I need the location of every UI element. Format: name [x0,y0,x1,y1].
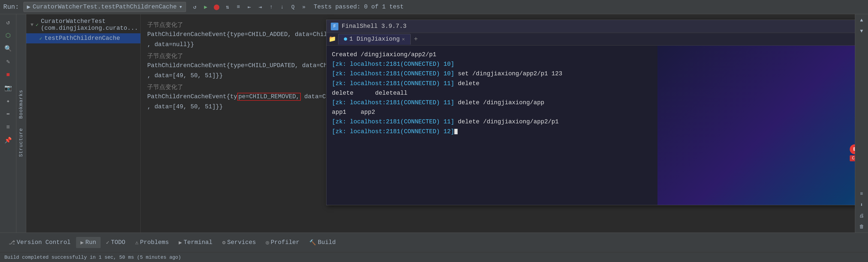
run-tab-icon: ▶ [81,239,84,246]
tab-services[interactable]: ⚙ Services [218,237,260,248]
profiler-icon: ◎ [266,239,269,246]
term-line-5: delete deleteall [332,88,855,98]
tree-child-test-icon: ✓ [39,35,42,41]
left-labels: Bookmarks Structure [17,14,26,233]
tab-profiler-label: Profiler [271,239,300,246]
scroll-down-icon[interactable]: ▼ [857,26,867,36]
delete-icon[interactable]: 🗑 [857,222,867,231]
term-line-1: Created /dingjiaxiong/app2/p1 [332,50,855,59]
bottom-toolbar: ⎇ Version Control ▶ Run ✓ TODO ⚠ Problem… [0,233,868,252]
list-icon[interactable]: ≡ [857,189,867,199]
sort-icon[interactable]: ⇅ [223,3,232,11]
finalshell-tab[interactable]: 1 DingJiaxiong ✕ [338,34,411,45]
term-line-2: [zk: localhost:2181(CONNECTED) 10] [332,59,855,69]
term-line-4: [zk: localhost:2181(CONNECTED) 11] delet… [332,79,855,88]
tab-run[interactable]: ▶ Run [76,237,101,248]
right-panel: ▲ ▼ ≡ ⬇ 🖨 🗑 [855,14,868,233]
finalshell-terminal: E CSDN @Ding_Jiaxior [327,46,855,205]
run-config-selector[interactable]: ▶ CuratorWatcherTest.testPathChildrenCac… [24,2,186,12]
tree-test-icon: ✓ [36,22,39,28]
sidebar-stop-icon[interactable]: ■ [2,69,14,81]
tab-problems-label: Problems [140,239,169,246]
highlight-removed: pe=CHILD_REMOVED, [237,93,301,101]
collapse-icon[interactable]: ⇥ [256,3,265,11]
terminal-icon: ▶ [179,239,182,246]
problems-icon: ⚠ [135,239,138,246]
tab-terminal-label: Terminal [184,239,212,246]
toolbar-icons: ↺ ▶ ⬤ ⇅ ≡ ⇤ ⇥ ↑ ↓ Q » [190,3,308,11]
term-line-7: app1 app2 [332,108,855,117]
more-icon[interactable]: ≡ [234,3,243,11]
jump-icon[interactable]: Q [288,3,297,11]
folder-icon: 📁 [329,35,336,43]
run-config-name: CuratorWatcherTest.testPathChildrenCache [33,4,177,10]
print-icon[interactable]: 🖨 [857,211,867,221]
term-line-8: [zk: localhost:2181(CONNECTED) 11] delet… [332,117,855,127]
down-icon[interactable]: ↓ [278,3,286,11]
finalshell-title: FinalShell 3.9.7.3 [342,23,407,30]
term-line-9: [zk: localhost:2181(CONNECTED) 12] [332,127,855,137]
term-line-6: [zk: localhost:2181(CONNECTED) 11] delet… [332,98,855,108]
status-text: Build completed successfully in 1 sec, 5… [4,255,181,260]
editor-pane: 子节点变化了 PathChildrenCacheEvent{type=CHILD… [141,14,855,233]
services-icon: ⚙ [222,239,225,246]
tab-run-label: Run [85,239,96,246]
expand-icon[interactable]: ⇤ [245,3,254,11]
run-icon[interactable]: ▶ [201,3,210,11]
todo-icon: ✓ [106,239,110,246]
tab-status-dot [344,37,347,41]
sidebar-search-icon[interactable]: 🔍 [2,42,14,55]
finalshell-titlebar: F FinalShell 3.9.7.3 [327,20,855,33]
sidebar-capture-icon[interactable]: 📷 [2,82,14,94]
tree-item-root[interactable]: ▼ ✓ CuratorWatcherTest (com.dingjiaxiong… [26,17,141,33]
stop-icon[interactable]: ⬤ [212,3,221,11]
chevron-down-icon: ▾ [179,3,182,11]
tab-services-label: Services [227,239,256,246]
sort-desc-icon[interactable]: ⬇ [857,200,867,210]
tab-version-control[interactable]: ⎇ Version Control [4,237,75,248]
tree-item-child[interactable]: ✓ testPathChildrenCache [26,33,141,43]
sidebar-refresh-icon[interactable]: ↺ [2,17,14,28]
tab-name: 1 DingJiaxiong [349,36,400,42]
tab-todo-label: TODO [111,239,125,246]
redo-icon[interactable]: ↺ [190,3,199,11]
bookmarks-label: Bookmarks [19,90,24,119]
run-config-icon: ▶ [27,3,31,11]
tests-passed: Tests passed: 0 of 1 test [314,4,404,10]
terminal-content[interactable]: Created /dingjiaxiong/app2/p1 [zk: local… [327,46,855,205]
sidebar-menu-icon[interactable]: ≡ [2,121,14,133]
status-bar: Build completed successfully in 1 sec, 5… [0,252,868,262]
add-tab-icon[interactable]: + [412,35,420,43]
tree-child-label: testPathChildrenCache [44,35,120,42]
run-label: Run: [3,3,19,11]
up-icon[interactable]: ↑ [267,3,275,11]
term-line-3: [zk: localhost:2181(CONNECTED) 10] set /… [332,69,855,79]
center-area: ▼ ✓ CuratorWatcherTest (com.dingjiaxiong… [26,14,868,233]
extra-icon[interactable]: » [300,3,308,11]
tab-build[interactable]: 🔨 Build [305,237,340,248]
app-container: Run: ▶ CuratorWatcherTest.testPathChildr… [0,0,868,262]
sidebar-sync-icon[interactable]: ⬌ [2,108,14,120]
version-control-icon: ⎇ [9,239,15,246]
finalshell-tabs: 📁 1 DingJiaxiong ✕ + [327,33,855,46]
editor-row: ▼ ✓ CuratorWatcherTest (com.dingjiaxiong… [26,14,868,233]
tree-arrow-icon: ▼ [31,22,34,28]
sidebar-pin-icon[interactable]: 📌 [2,134,14,146]
tab-version-control-label: Version Control [17,239,71,246]
scroll-up-icon[interactable]: ▲ [857,15,867,25]
tab-build-label: Build [318,239,336,246]
left-sidebar: ↺ ⬡ 🔍 ✎ ■ 📷 ✦ ⬌ ≡ 📌 [0,14,17,233]
main-content: ↺ ⬡ 🔍 ✎ ■ 📷 ✦ ⬌ ≡ 📌 Bookmarks Structure … [0,14,868,233]
sidebar-edit-icon[interactable]: ✎ [2,56,14,68]
tab-close-icon[interactable]: ✕ [402,36,405,42]
structure-label: Structure [19,128,24,157]
sidebar-project-icon[interactable]: ⬡ [2,29,14,41]
sidebar-tools-icon[interactable]: ✦ [2,95,14,107]
tab-profiler[interactable]: ◎ Profiler [261,237,304,248]
finalshell-window: F FinalShell 3.9.7.3 📁 1 DingJiaxiong ✕ [326,20,855,205]
finalshell-icon: F [331,23,338,30]
tab-problems[interactable]: ⚠ Problems [131,237,174,248]
tab-terminal[interactable]: ▶ Terminal [174,237,217,248]
build-icon: 🔨 [309,239,316,246]
tab-todo[interactable]: ✓ TODO [102,237,130,248]
